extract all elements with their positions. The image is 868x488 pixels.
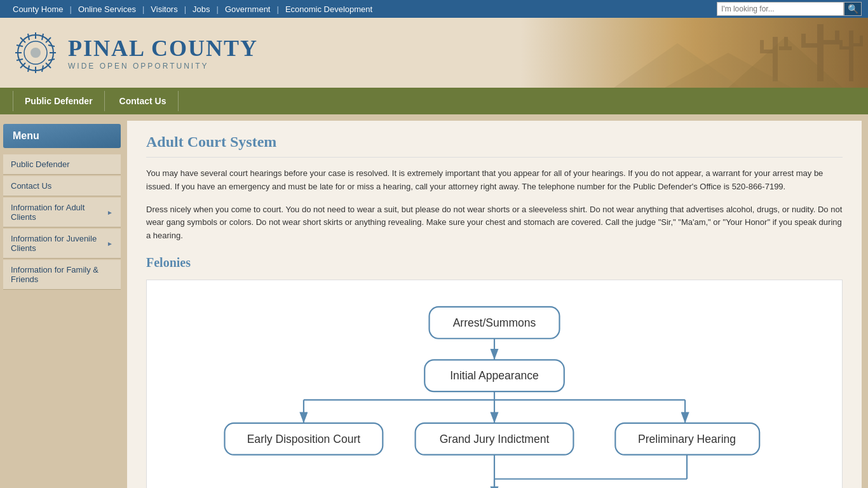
flowchart-container: Arrest/Summons Initial Appearance Ea bbox=[146, 280, 843, 488]
search-input[interactable] bbox=[717, 2, 844, 16]
nav-government[interactable]: Government bbox=[219, 4, 277, 14]
nav-visitors[interactable]: Visitors bbox=[144, 4, 184, 14]
nav-economic-development[interactable]: Economic Development bbox=[279, 4, 379, 14]
svg-rect-15 bbox=[860, 36, 863, 46]
nav-county-home[interactable]: County Home bbox=[6, 4, 69, 14]
node-prelim-label: Preliminary Hearing bbox=[638, 433, 736, 445]
sidebar-item-juvenile-clients[interactable]: Information for Juvenile Clients ► bbox=[3, 229, 121, 259]
felonies-title: Felonies bbox=[146, 255, 843, 270]
nav-online-services[interactable]: Online Services bbox=[72, 4, 142, 14]
page-title: Adult Court System bbox=[146, 133, 843, 158]
sidebar: Menu Public Defender Contact Us Informat… bbox=[0, 114, 124, 488]
chevron-right-icon: ► bbox=[107, 209, 113, 216]
svg-line-30 bbox=[42, 65, 43, 72]
search-icon: 🔍 bbox=[848, 4, 858, 14]
content-wrapper: Menu Public Defender Contact Us Informat… bbox=[0, 114, 868, 488]
top-nav-links: County Home | Online Services | Visitors… bbox=[6, 4, 379, 14]
nav-jobs[interactable]: Jobs bbox=[186, 4, 216, 14]
node-initial-label: Initial Appearance bbox=[450, 369, 539, 382]
main-navigation: Public Defender Contact Us bbox=[0, 88, 868, 114]
logo-area: PINAL COUNTY WIDE OPEN OPPORTUNITY bbox=[13, 30, 258, 76]
paragraph-2: Dress nicely when you come to court. You… bbox=[146, 203, 843, 243]
nav-public-defender[interactable]: Public Defender bbox=[13, 91, 105, 111]
sidebar-item-adult-clients[interactable]: Information for Adult Clients ► bbox=[3, 198, 121, 227]
svg-line-35 bbox=[28, 65, 29, 72]
site-header: PINAL COUNTY WIDE OPEN OPPORTUNITY bbox=[0, 18, 868, 88]
main-content: Adult Court System You may have several … bbox=[127, 121, 862, 488]
site-subtitle: WIDE OPEN OPPORTUNITY bbox=[68, 62, 258, 71]
sidebar-item-contact-us[interactable]: Contact Us bbox=[3, 176, 121, 196]
svg-line-31 bbox=[17, 45, 23, 46]
node-early-label: Early Disposition Court bbox=[247, 433, 361, 445]
header-background bbox=[550, 18, 868, 88]
svg-rect-8 bbox=[801, 34, 806, 48]
svg-rect-3 bbox=[760, 40, 764, 53]
svg-line-33 bbox=[17, 59, 23, 60]
sidebar-menu-header: Menu bbox=[3, 124, 121, 148]
pinal-county-logo bbox=[13, 30, 58, 76]
logo-text: PINAL COUNTY WIDE OPEN OPPORTUNITY bbox=[68, 35, 258, 71]
felonies-flowchart: Arrest/Summons Initial Appearance Ea bbox=[159, 293, 829, 488]
site-title: PINAL COUNTY bbox=[68, 35, 258, 62]
svg-point-37 bbox=[31, 48, 41, 58]
svg-rect-13 bbox=[839, 40, 843, 50]
search-bar: 🔍 bbox=[717, 2, 862, 16]
paragraph-1: You may have several court hearings befo… bbox=[146, 167, 843, 194]
svg-rect-10 bbox=[835, 30, 839, 44]
search-button[interactable]: 🔍 bbox=[844, 2, 862, 16]
sidebar-item-family-friends[interactable]: Information for Family & Friends bbox=[3, 260, 121, 290]
top-navigation: County Home | Online Services | Visitors… bbox=[0, 0, 868, 18]
node-grand-label: Grand Jury Indictment bbox=[440, 433, 550, 445]
svg-line-29 bbox=[28, 34, 29, 40]
nav-contact-us[interactable]: Contact Us bbox=[108, 91, 179, 111]
node-arrest-label: Arrest/Summons bbox=[453, 316, 536, 329]
svg-line-36 bbox=[42, 34, 43, 40]
sidebar-item-public-defender[interactable]: Public Defender bbox=[3, 154, 121, 175]
svg-line-32 bbox=[48, 59, 55, 60]
chevron-right-icon-2: ► bbox=[107, 240, 113, 247]
svg-rect-11 bbox=[849, 30, 853, 81]
svg-line-34 bbox=[48, 45, 55, 46]
